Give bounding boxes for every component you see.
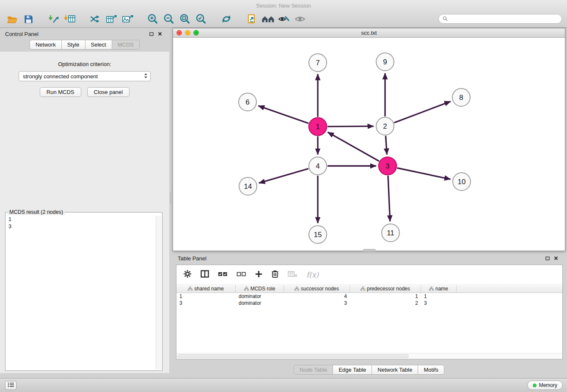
hide-selected-button[interactable] [276, 14, 292, 26]
column-header-MCDS-role[interactable]: MCDS role [236, 285, 284, 293]
graph-node-label: 6 [245, 98, 249, 106]
select-all-button[interactable] [218, 268, 228, 281]
close-panel-button[interactable]: Close panel [87, 87, 130, 97]
vertical-splitter-grip[interactable] [170, 191, 172, 204]
title-bar: Session: New Session [0, 0, 567, 12]
graph-edge-3-1[interactable] [328, 132, 379, 161]
clone-network-button[interactable] [244, 14, 260, 26]
table-cell: dominator [236, 293, 284, 299]
horizontal-splitter-grip[interactable] [363, 249, 376, 251]
graph-edge-2-8[interactable] [394, 102, 451, 123]
table-panel-float-button[interactable] [543, 254, 552, 262]
network-canvas[interactable]: 7968124314101511 [173, 38, 565, 251]
column-header-shared-name[interactable]: shared name [176, 285, 236, 293]
table-toolbar: f(x) [176, 265, 562, 284]
graph-node-label: 8 [459, 94, 463, 102]
zoom-selected-icon [195, 14, 207, 26]
graph-edge-1-2[interactable] [328, 126, 374, 127]
control-panel-float-button[interactable] [147, 30, 156, 38]
table-tab-node-table[interactable]: Node Table [294, 365, 333, 375]
minimize-window-button[interactable]: − [185, 30, 190, 36]
table-horizontal-scrollbar[interactable] [176, 353, 562, 359]
table-row[interactable]: 1dominator411 [176, 293, 562, 300]
task-history-button[interactable] [5, 381, 17, 390]
chevron-up-down-icon [144, 73, 148, 80]
graph-edge-1-6[interactable] [258, 106, 308, 124]
eye-icon [294, 15, 306, 24]
float-icon [149, 31, 154, 37]
search-field[interactable] [438, 14, 562, 24]
table-tab-motifs[interactable]: Motifs [418, 365, 444, 375]
table-header-row: shared nameMCDS rolesuccessor nodesprede… [176, 285, 562, 293]
checked-boxes-icon [218, 271, 228, 279]
zoom-fit-button[interactable] [177, 14, 193, 26]
table-panel-close-button[interactable] [552, 254, 560, 262]
column-header-successor-nodes[interactable]: successor nodes [284, 285, 350, 293]
network-window-title: scc.txt [361, 30, 377, 36]
memory-button[interactable]: Memory [527, 381, 563, 390]
open-session-button[interactable] [4, 14, 20, 26]
zoom-out-button[interactable] [161, 14, 177, 26]
zoom-selected-button[interactable] [193, 14, 209, 26]
result-scrollbar[interactable] [156, 216, 161, 370]
close-window-button[interactable]: × [176, 30, 182, 36]
network-view-window: × − + scc.txt 7968124314101511 [173, 28, 565, 251]
table-panel-title: Table Panel [178, 255, 206, 262]
delete-table-button[interactable] [288, 268, 297, 281]
graph-edge-2-3[interactable] [385, 136, 387, 155]
network-graph[interactable]: 7968124314101511 [173, 38, 565, 251]
first-neighbors-button[interactable] [260, 14, 276, 26]
table-tab-edge-table[interactable]: Edge Table [333, 365, 372, 375]
column-header-name[interactable]: name [421, 285, 457, 293]
export-image-button[interactable] [119, 14, 135, 26]
control-tab-style[interactable]: Style [62, 40, 85, 50]
control-tab-mcds[interactable]: MCDS [112, 40, 140, 50]
application-window: Session: New Session [0, 0, 567, 392]
graph-node-label: 11 [387, 229, 394, 237]
graph-edge-4-14[interactable] [259, 168, 308, 183]
add-row-button[interactable] [255, 268, 262, 281]
control-tab-network[interactable]: Network [30, 40, 62, 50]
mcds-result-line: 1 [8, 216, 11, 223]
save-session-button[interactable] [20, 14, 36, 26]
crossing-arrows-icon [90, 14, 101, 25]
zoom-window-button[interactable]: + [193, 30, 199, 36]
trash-icon [271, 270, 279, 279]
apply-layout-button[interactable] [218, 14, 234, 26]
node-table: f(x) shared nameMCDS rolesuccessor nodes… [176, 265, 563, 359]
column-header-predecessor-nodes[interactable]: predecessor nodes [350, 285, 421, 293]
table-cell: 3 [421, 300, 457, 306]
table-tab-network-table[interactable]: Network Table [372, 365, 418, 375]
zoom-in-button[interactable] [145, 14, 161, 26]
export-table-button[interactable] [103, 14, 119, 26]
mcds-panel: Optimization criterion: strongly connect… [0, 52, 169, 373]
graph-edge-3-11[interactable] [388, 176, 390, 221]
table-row[interactable]: 3dominator323 [176, 300, 562, 306]
graph-node-label: 14 [244, 182, 252, 190]
delete-row-button[interactable] [271, 268, 279, 281]
control-panel-close-button[interactable] [156, 30, 164, 38]
graph-edge-3-10[interactable] [397, 168, 451, 179]
table-panel-tabs: Node TableEdge TableNetwork TableMotifs [173, 365, 565, 375]
network-window-titlebar[interactable]: × − + scc.txt [173, 28, 565, 38]
table-settings-button[interactable] [183, 268, 192, 281]
run-mcds-button[interactable]: Run MCDS [40, 87, 81, 97]
show-columns-button[interactable] [201, 268, 209, 281]
function-builder-button[interactable]: f(x) [306, 268, 319, 281]
network-from-selection-button[interactable] [87, 14, 103, 26]
houses-icon [261, 15, 275, 25]
scrollbar-thumb[interactable] [177, 354, 409, 358]
control-tab-select[interactable]: Select [85, 40, 112, 50]
zoom-in-icon [147, 14, 159, 26]
graph-node-label: 15 [314, 231, 322, 239]
optimization-selected-value: strongly connected component [23, 73, 144, 80]
document-share-icon [247, 14, 257, 26]
optimization-select[interactable]: strongly connected component [19, 71, 151, 81]
optimization-label: Optimization criterion: [0, 61, 169, 67]
control-panel: Control Panel NetworkStyleSelectMCDS Opt… [0, 28, 169, 378]
import-table-button[interactable] [62, 14, 78, 26]
unselect-all-button[interactable] [237, 268, 246, 281]
show-all-button[interactable] [292, 14, 308, 26]
import-network-button[interactable] [46, 14, 62, 26]
search-input[interactable] [450, 16, 558, 22]
